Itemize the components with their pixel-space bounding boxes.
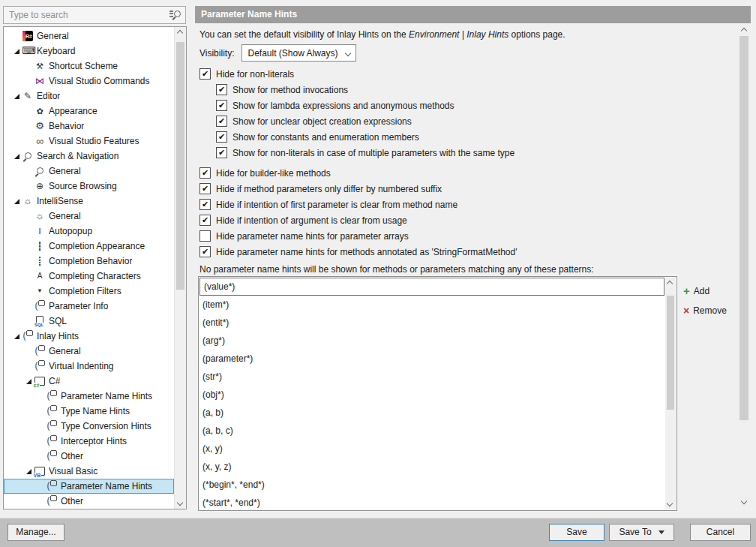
tree-item-keyboard[interactable]: ⌨Keyboard [4,44,174,59]
checkbox-checked-icon[interactable]: ✔ [216,84,227,95]
tree-item-interceptor-hints[interactable]: (Interceptor Hints [4,434,174,449]
checkbox-show-for-method-invocations[interactable]: ✔Show for method invocations [216,82,732,98]
save-to-button[interactable]: Save To [609,524,674,541]
checkbox-hide-if-intention-of-argument-is-clear-from-usage[interactable]: ✔Hide if intention of argument is clear … [200,212,732,228]
tree-item-c[interactable]: c#C# [4,374,174,389]
tree-item-general[interactable]: ☼General [4,209,174,224]
tree-item-behavior[interactable]: ⚙Behavior [4,119,174,134]
pattern-row[interactable]: (a, b, c) [199,422,676,440]
scroll-down-icon[interactable] [667,500,673,506]
scroll-up-icon[interactable] [667,281,673,287]
pattern-row[interactable]: (entit*) [199,314,676,332]
expand-arrow-icon[interactable] [23,469,34,474]
funnel-icon: ▼ [34,285,46,297]
save-button[interactable]: Save [549,524,604,541]
tree-item-shortcut-scheme[interactable]: ⚒Shortcut Scheme [4,59,174,74]
cancel-button[interactable]: Cancel [690,524,751,541]
expand-arrow-icon[interactable] [11,94,22,99]
tree-item-visual-studio-commands[interactable]: ⋈Visual Studio Commands [4,74,174,89]
scroll-up-icon[interactable] [741,28,747,34]
pattern-row[interactable]: (arg*) [199,332,676,350]
checkbox-hide-parameter-name-hints-for-methods-annotated-as-stringformatmethod[interactable]: ✔Hide parameter name hints for methods a… [200,244,732,260]
scroll-up-icon[interactable] [177,30,183,36]
pattern-row[interactable]: (a, b) [199,404,676,422]
tree-item-parameter-info[interactable]: (Parameter Info [4,299,174,314]
tree-item-parameter-name-hints[interactable]: (Parameter Name Hints [4,389,174,404]
scrollbar-thumb[interactable] [667,296,674,410]
tree-item-other[interactable]: (Other [4,494,174,509]
checkbox-show-for-constants-and-enumeration-members[interactable]: ✔Show for constants and enumeration memb… [216,129,732,145]
checkbox-checked-icon[interactable]: ✔ [216,147,227,158]
tree-item-visual-studio-features[interactable]: ∞Visual Studio Features [4,134,174,149]
tree-scrollbar[interactable] [174,27,186,509]
search-input[interactable] [4,7,172,23]
tree-item-label: Keyboard [37,46,75,56]
manage-button[interactable]: Manage... [8,524,64,541]
checkbox-checked-icon[interactable]: ✔ [216,116,227,127]
tree-item-label: Type Name Hints [61,406,130,416]
tree-item-visual-basic[interactable]: VBVisual Basic [4,464,174,479]
pattern-row[interactable]: (parameter*) [199,350,676,368]
tree-item-appearance[interactable]: ✿Appearance [4,104,174,119]
checkbox-hide-parameter-name-hints-for-parameter-arrays[interactable]: Hide parameter name hints for parameter … [200,228,732,244]
checkbox-unchecked-icon[interactable] [200,230,211,242]
tree-item-general[interactable]: General [4,164,174,179]
tree-item-completion-filters[interactable]: ▼Completion Filters [4,284,174,299]
checkbox-show-for-non-literals-in-case-of-multiple-parameters-with-the-same-type[interactable]: ✔Show for non-literals in case of multip… [216,145,732,161]
pattern-edit-row[interactable]: (value*) [200,278,664,296]
pattern-row[interactable]: (*start*, *end*) [199,494,676,511]
tree-item-type-name-hints[interactable]: (Type Name Hints [4,404,174,419]
tree-item-sql[interactable]: SQLSQL [4,314,174,329]
checkbox-show-for-lambda-expressions-and-anonymous-methods[interactable]: ✔Show for lambda expressions and anonymo… [216,98,732,113]
scroll-down-icon[interactable] [177,500,183,506]
pattern-row[interactable]: (x, y) [199,440,676,458]
tree-item-completion-appearance[interactable]: ┇Completion Appearance [4,239,174,254]
tree-item-label: IntelliSense [37,196,83,206]
pattern-row[interactable]: (x, y, z) [199,458,676,476]
tree-item-editor[interactable]: ✎Editor [4,89,174,104]
checkbox-checked-icon[interactable]: ✔ [200,183,211,194]
tree-item-virtual-indenting[interactable]: (Virtual Indenting [4,359,174,374]
checkbox-hide-for-builder-like-methods[interactable]: ✔Hide for builder-like methods [200,165,732,181]
expand-arrow-icon[interactable] [11,49,22,54]
checkbox-checked-icon[interactable]: ✔ [200,215,211,226]
expand-arrow-icon[interactable] [11,154,22,159]
tree-item-autopopup[interactable]: IAutopopup [4,224,174,239]
checkbox-checked-icon[interactable]: ✔ [216,131,227,143]
checkbox-checked-icon[interactable]: ✔ [216,100,227,111]
expand-arrow-icon[interactable] [23,379,34,384]
tree-item-completing-characters[interactable]: ACompleting Characters [4,269,174,284]
checkbox-hide-if-method-parameters-only-differ-by-numbered-suffix[interactable]: ✔Hide if method parameters only differ b… [200,181,732,197]
tree-item-general[interactable]: R#General [4,29,174,44]
checkbox-hide-if-intention-of-first-parameter-is-clear-from-method-name[interactable]: ✔Hide if intention of first parameter is… [200,197,732,212]
checkbox-checked-icon[interactable]: ✔ [200,246,211,257]
scrollbar-thumb[interactable] [176,42,184,290]
tree-item-search-navigation[interactable]: Search & Navigation [4,149,174,164]
tree-item-completion-behavior[interactable]: ┋Completion Behavior [4,254,174,269]
pattern-list-scrollbar[interactable] [665,278,676,509]
checkbox-checked-icon[interactable]: ✔ [200,167,211,179]
checkbox-checked-icon[interactable]: ✔ [200,68,211,80]
checkbox-hide-for-non-literals[interactable]: ✔Hide for non-literals [200,66,732,82]
scrollbar-thumb[interactable] [740,36,748,420]
tree-item-type-conversion-hints[interactable]: (Type Conversion Hints [4,419,174,434]
tree-item-parameter-name-hints[interactable]: (Parameter Name Hints [4,479,174,494]
tree-item-inlay-hints[interactable]: (Inlay Hints [4,329,174,344]
pattern-row[interactable]: (item*) [199,296,676,314]
tree-item-source-browsing[interactable]: ⊕Source Browsing [4,179,174,194]
panel-scrollbar[interactable] [738,24,750,508]
expand-arrow-icon[interactable] [11,199,22,204]
search-box[interactable] [3,6,186,24]
expand-arrow-icon[interactable] [11,334,22,339]
visibility-dropdown[interactable]: Default (Show Always) [242,44,356,62]
checkbox-checked-icon[interactable]: ✔ [200,199,211,210]
checkbox-show-for-unclear-object-creation-expressions[interactable]: ✔Show for unclear object creation expres… [216,113,732,129]
pattern-row[interactable]: (*begin*, *end*) [199,476,676,494]
pattern-row[interactable]: (obj*) [199,386,676,404]
pattern-row[interactable]: (str*) [199,368,676,386]
tree-item-intellisense[interactable]: ☼IntelliSense [4,194,174,209]
tree-item-general[interactable]: (General [4,344,174,359]
search-icon[interactable] [170,11,182,21]
tree-item-other[interactable]: (Other [4,449,174,464]
scroll-down-icon[interactable] [741,498,747,504]
